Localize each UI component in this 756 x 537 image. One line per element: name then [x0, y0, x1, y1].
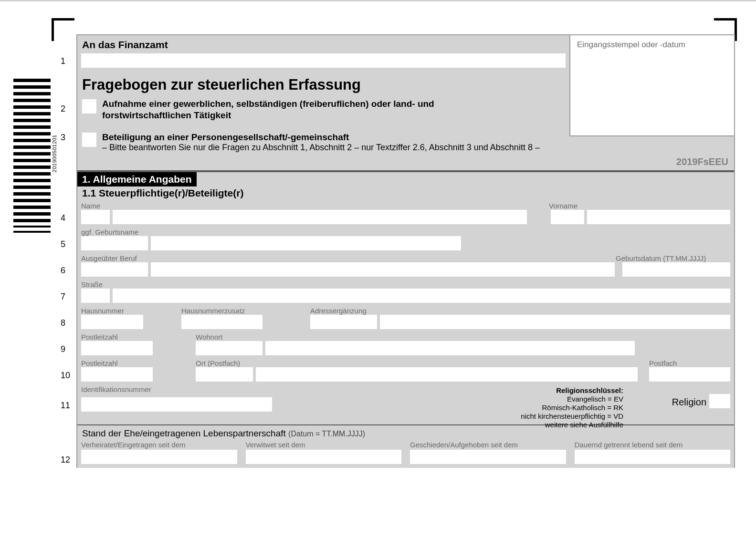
- q2-text: Aufnahme einer gewerblichen, selbständig…: [102, 98, 465, 121]
- label-beruf: Ausgeübter Beruf: [81, 254, 616, 262]
- label-hausnummerzusatz: Hausnummerzusatz: [181, 307, 310, 315]
- line-number: 5: [61, 239, 65, 249]
- label-plz: Postleitzahl: [81, 333, 196, 341]
- field-idnr[interactable]: [81, 397, 272, 412]
- field-verheiratet[interactable]: [81, 450, 237, 464]
- field-vorname[interactable]: [587, 210, 730, 224]
- label-verwitwet: Verwitwet seit dem: [246, 441, 402, 449]
- field-ort-postfach-prefix[interactable]: [196, 367, 253, 382]
- field-strasse-prefix[interactable]: [81, 289, 110, 303]
- line-number: 6: [61, 266, 65, 276]
- label-hausnummer: Hausnummer: [81, 307, 181, 315]
- barcode: 201900501201: [13, 79, 57, 236]
- field-beruf[interactable]: [151, 262, 615, 277]
- field-religion[interactable]: [709, 394, 730, 408]
- field-vorname-prefix[interactable]: [551, 210, 584, 224]
- label-religion: Religion: [672, 397, 706, 408]
- label-strasse: Straße: [81, 280, 103, 289]
- form-sheet: Eingangsstempel oder -datum An das Finan…: [76, 34, 735, 468]
- label-geburtsdatum: Geburtsdatum (TT.MM.JJJJ): [616, 254, 730, 262]
- line-number: 4: [61, 213, 65, 223]
- label-geschieden: Geschieden/Aufgehoben seit dem: [410, 441, 566, 449]
- line-number: 7: [61, 292, 65, 302]
- stamp-label: Eingangsstempel oder -datum: [577, 40, 685, 49]
- checkbox-activity-type[interactable]: [82, 99, 96, 114]
- barcode-number: 201900501201: [52, 134, 57, 172]
- q3-text: Beteiligung an einer Personengesellschaf…: [102, 132, 540, 143]
- field-geburtsname-prefix[interactable]: [81, 236, 148, 250]
- label-getrennt: Dauernd getrennt lebend seit dem: [575, 441, 731, 449]
- label-idnr: Identifikationsnummer: [81, 385, 151, 393]
- line-number: 9: [61, 344, 65, 354]
- marital-header: Stand der Ehe/eingetragenen Lebenspartne…: [77, 425, 734, 441]
- field-hausnummer[interactable]: [81, 315, 143, 329]
- q3-subtext: – Bitte beantworten Sie nur die Fragen z…: [102, 143, 540, 153]
- label-vorname: Vorname: [549, 202, 730, 210]
- field-plz2[interactable]: [81, 367, 153, 382]
- field-geburtsdatum[interactable]: [622, 262, 730, 277]
- field-geburtsname[interactable]: [151, 236, 461, 250]
- label-geburtsname: ggf. Geburtsname: [81, 228, 138, 236]
- field-beruf-prefix[interactable]: [81, 262, 148, 277]
- label-postfach: Postfach: [649, 359, 730, 367]
- label-adresserg: Adressergänzung: [310, 307, 367, 315]
- label-name: Name: [81, 202, 110, 210]
- finanzamt-input[interactable]: [81, 53, 566, 68]
- section-1-subtitle: 1.1 Steuerpflichtige(r)/Beteiligte(r): [77, 186, 734, 201]
- line-number: 12: [61, 455, 70, 465]
- form-code: 2019FsEEU: [77, 155, 734, 170]
- field-postfach[interactable]: [649, 367, 730, 382]
- checkbox-participation[interactable]: [82, 133, 96, 147]
- field-wohnort-prefix[interactable]: [196, 341, 262, 355]
- line-number: 3: [61, 133, 65, 143]
- field-name[interactable]: [113, 210, 527, 224]
- field-verwitwet[interactable]: [246, 450, 402, 464]
- field-getrennt[interactable]: [575, 450, 731, 464]
- religion-key: Religionsschlüssel: Evangelisch = EV Röm…: [521, 386, 623, 429]
- section-1-title: 1. Allgemeine Angaben: [77, 172, 197, 186]
- field-wohnort[interactable]: [265, 341, 635, 355]
- line-number: 1: [61, 56, 65, 66]
- label-verheiratet: Verheiratet/Eingetragen seit dem: [81, 441, 237, 449]
- field-hausnummerzusatz[interactable]: [181, 315, 262, 329]
- field-name-prefix[interactable]: [81, 210, 110, 224]
- label-plz2: Postleitzahl: [81, 359, 196, 367]
- line-number: 11: [61, 401, 70, 411]
- field-adresserg[interactable]: [380, 315, 730, 329]
- field-ort-postfach[interactable]: [256, 367, 638, 382]
- label-wohnort: Wohnort: [196, 333, 222, 341]
- field-plz[interactable]: [81, 341, 153, 355]
- field-adresserg-prefix[interactable]: [310, 315, 377, 329]
- field-strasse[interactable]: [113, 289, 730, 303]
- line-number: 10: [61, 371, 70, 381]
- field-geschieden[interactable]: [410, 450, 566, 464]
- line-number: 2: [61, 104, 65, 114]
- line-number: 8: [61, 318, 65, 328]
- label-ort-postfach: Ort (Postfach): [196, 359, 649, 367]
